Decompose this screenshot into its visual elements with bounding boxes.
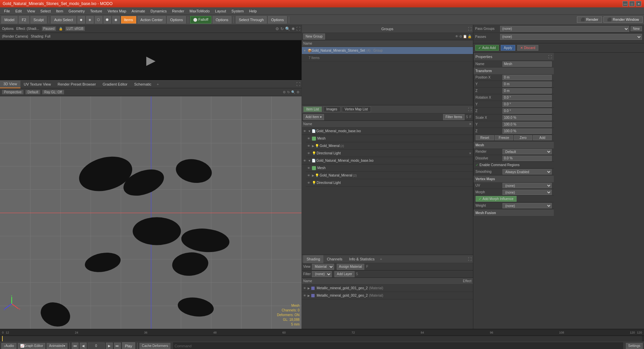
menu-vertex-map[interactable]: Vertex Map [105,8,129,14]
name-value[interactable]: Mesh [502,61,552,67]
new-group-btn[interactable]: New Group [303,34,325,40]
render-select[interactable]: Default [502,149,552,154]
timeline-track[interactable] [2,336,642,341]
animated-btn[interactable]: Animated ▾ [47,343,67,349]
morph-select[interactable]: (none) [502,190,552,195]
audio-btn[interactable]: ♪ Audio [1,343,16,349]
item-row-2[interactable]: 👁 ▶ 💡 Gold_Mineral (2) [306,142,473,150]
item-row-5[interactable]: 👁 Mesh [306,164,473,172]
menu-view[interactable]: View [24,8,38,14]
add-item-btn[interactable]: Add Item ▾ [303,114,324,120]
auto-add-btn[interactable]: ✓ Auto Add [475,45,499,51]
pass-groups-select[interactable]: (none) [500,26,629,32]
assign-material-btn[interactable]: Assign Material [337,264,364,270]
preview-expand-icon[interactable]: ⛶ [296,27,300,31]
tab-3d-view[interactable]: 3D View [0,80,20,88]
weight-select[interactable]: (none) [502,203,552,208]
passes-select[interactable]: (none) [500,34,642,40]
item-row-0[interactable]: 👁 ▼ 📄 Gold_Mineral_modo_base.lxo [302,128,473,135]
pos-y-value[interactable]: 0 m [502,82,552,87]
rot-y-value[interactable]: 0.0 ° [502,102,552,107]
close-btn[interactable]: ✕ [636,1,641,6]
pos-x-value[interactable]: 0 m [502,75,552,80]
title-bar-controls[interactable]: — □ ✕ [623,1,641,6]
menu-layout[interactable]: Layout [212,8,229,14]
menu-select[interactable]: Select [38,8,53,14]
tab-channels[interactable]: Channels [323,255,345,263]
tab-info-statistics[interactable]: Info & Statistics [346,255,378,263]
mode-f2[interactable]: F2 [19,16,29,23]
preview-play-btn[interactable]: ▶ [143,52,159,69]
toolbar-icon-4[interactable]: ⬢ [104,16,111,23]
preview-options[interactable]: Options [2,27,13,31]
play-btn[interactable]: Play [122,342,135,349]
prev-start-btn[interactable]: ⏮ [72,343,78,349]
add-transform-btn[interactable]: Add [533,135,551,140]
add-layer-btn[interactable]: Add Layer [334,271,355,277]
enable-cmd-check[interactable]: ✓ [476,163,478,167]
item-row-1[interactable]: 👁 Mesh [306,135,473,142]
tab-item-list[interactable]: Item List [303,106,322,112]
scale-x-value[interactable]: 100.0 % [502,115,552,120]
zero-btn[interactable]: Zero [514,135,532,140]
dissolve-bar[interactable]: 0.0 % [502,156,552,161]
mode-sculpt[interactable]: Sculpt [31,16,47,23]
apply-btn[interactable]: Apply [501,45,515,51]
tab-render-preset[interactable]: Render Preset Browser [54,80,99,88]
pos-z-value[interactable]: 0 m [502,88,552,94]
props-expand-icon[interactable]: ⛶ [548,55,552,59]
view-default[interactable]: Default [25,90,40,94]
add-shading-tab[interactable]: + [378,256,384,262]
rot-z-value[interactable]: 0.0 ° [502,108,552,114]
view-select[interactable]: Material [312,264,334,270]
maximize-btn[interactable]: □ [629,1,635,6]
reset-btn[interactable]: Reset [476,135,494,140]
scale-z-value[interactable]: 100.0 % [502,129,552,134]
item-row-7[interactable]: 👁 💡 Directional Light [306,179,473,187]
menu-geometry[interactable]: Geometry [66,8,87,14]
view-ray-gl[interactable]: Ray GL: Off [42,90,64,94]
add-morph-btn[interactable]: ✓ Add Morph Influence [476,196,517,202]
settings-btn[interactable]: Settings [626,343,643,349]
options-3-btn[interactable]: Options [268,16,287,23]
tab-schematic[interactable]: Schematic [131,80,155,88]
graph-editor-btn[interactable]: 📈 Graph Editor [18,343,46,349]
frame-field[interactable]: 0 [88,343,105,349]
menu-edit[interactable]: Edit [13,8,24,14]
toolbar-icon-3[interactable]: ⬡ [95,16,102,23]
uv-select[interactable]: (none) [502,183,552,188]
cache-deformers-btn[interactable]: Cache Deformers [140,343,170,349]
select-through-btn[interactable]: Select Through [236,16,267,23]
falloff-btn[interactable]: ⬤ Falloff [190,16,211,23]
vp-icon-3[interactable]: 🔍 [291,90,295,94]
toolbar-icon-1[interactable]: ◆ [77,16,85,23]
menu-texture[interactable]: Texture [88,8,105,14]
menu-help[interactable]: Help [247,8,260,14]
tab-images[interactable]: Images [323,106,340,112]
discard-btn[interactable]: ✕ Discard [517,45,538,51]
auto-select-btn[interactable]: Auto Select [51,16,76,23]
item-row-6[interactable]: 👁 ▶ 💡 Gold_Natural_Mineral (2) [306,172,473,179]
tab-vertex-map-list[interactable]: Vertex Map List [342,106,371,112]
items-btn[interactable]: Items [121,16,136,23]
render-window-btn[interactable]: ⬛ Render Window [603,16,643,23]
shading-row-0[interactable]: 👁 ▶ Metallic_mineral_gold_001_geo_2 (Mat… [302,285,473,292]
menu-item[interactable]: Item [53,8,66,14]
filter-select[interactable]: (none) [312,271,332,277]
menu-animate[interactable]: Animate [129,8,148,14]
pass-groups-new-btn[interactable]: New [631,26,642,31]
item-delete-3[interactable]: ✕ [469,152,472,155]
options-1-btn[interactable]: Options [167,16,186,23]
add-tab-btn[interactable]: + [155,82,161,87]
shading-row-1[interactable]: 👁 ▶ Metallic_mineral_gold_002_geo_2 (Mat… [302,292,473,299]
group-item-0[interactable]: ▼ 📦 Gold_Natural_Minerals_Stones_Set (4)… [302,47,473,54]
viewport-3d[interactable]: Perspective Default Ray GL: Off ⚙ ↻ 🔍 ⚙ [0,88,302,329]
next-frame-btn[interactable]: ▶ [106,343,113,349]
menu-maxtomodo[interactable]: MaxToModo [187,8,212,14]
filter-items-btn[interactable]: Filter Items [443,114,464,120]
smoothing-select[interactable]: Always Enabled [502,169,552,174]
prev-frame-btn[interactable]: ◀ [80,343,87,349]
view-perspective[interactable]: Perspective [2,90,23,94]
rot-x-value[interactable]: 0.0 ° [502,95,552,100]
tab-shading[interactable]: Shading [303,255,323,263]
